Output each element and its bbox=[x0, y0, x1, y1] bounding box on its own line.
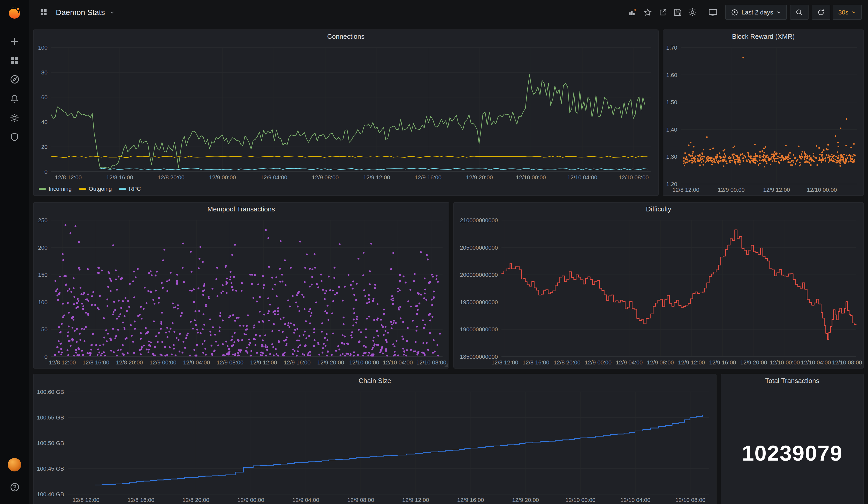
sidebar bbox=[0, 0, 29, 504]
add-panel-button[interactable] bbox=[625, 5, 640, 20]
svg-text:205000000000: 205000000000 bbox=[460, 245, 498, 251]
sidebar-item-create[interactable] bbox=[0, 32, 29, 51]
svg-text:200: 200 bbox=[38, 245, 48, 251]
sidebar-item-help[interactable] bbox=[0, 477, 29, 497]
svg-text:12/8 20:00: 12/8 20:00 bbox=[158, 174, 185, 181]
plus-icon bbox=[10, 37, 19, 46]
refresh-button[interactable] bbox=[812, 5, 830, 20]
svg-text:12/9 20:00: 12/9 20:00 bbox=[512, 497, 539, 503]
clock-icon bbox=[731, 9, 738, 16]
svg-text:20: 20 bbox=[41, 144, 48, 150]
svg-text:12/9 16:00: 12/9 16:00 bbox=[415, 174, 442, 181]
svg-text:12/9 00:00: 12/9 00:00 bbox=[237, 497, 264, 503]
dashboards-icon bbox=[10, 55, 19, 65]
block-reward-chart[interactable]: 1.201.301.401.501.601.7012/8 12:0012/9 0… bbox=[663, 42, 863, 195]
svg-text:12/10 00:00: 12/10 00:00 bbox=[349, 359, 379, 366]
sidebar-item-server-admin[interactable] bbox=[0, 127, 29, 146]
chevron-down-icon bbox=[851, 10, 856, 14]
svg-text:100: 100 bbox=[38, 44, 48, 51]
svg-text:12/9 20:00: 12/9 20:00 bbox=[466, 174, 493, 181]
sidebar-item-configuration[interactable] bbox=[0, 108, 29, 127]
svg-text:12/9 08:00: 12/9 08:00 bbox=[347, 497, 374, 503]
panel-title[interactable]: Connections bbox=[34, 30, 658, 42]
svg-text:200000000000: 200000000000 bbox=[460, 272, 498, 278]
panel-block-reward: Block Reward (XMR) 1.201.301.401.501.601… bbox=[663, 30, 864, 196]
refresh-interval-picker[interactable]: 30s bbox=[833, 5, 862, 20]
svg-text:12/9 08:00: 12/9 08:00 bbox=[312, 174, 339, 181]
svg-text:0: 0 bbox=[44, 168, 48, 175]
explore-icon bbox=[10, 74, 19, 84]
svg-text:100.40 GB: 100.40 GB bbox=[37, 491, 64, 497]
time-range-picker[interactable]: Last 2 days bbox=[726, 5, 787, 20]
series-swatch bbox=[119, 188, 126, 190]
dashboard-settings-button[interactable] bbox=[685, 5, 700, 20]
total-transactions-value: 10239079 bbox=[742, 441, 843, 466]
svg-text:12/8 16:00: 12/8 16:00 bbox=[127, 497, 154, 503]
svg-text:12/10 00:00: 12/10 00:00 bbox=[566, 497, 596, 503]
svg-text:12/9 16:00: 12/9 16:00 bbox=[709, 359, 736, 366]
panel-title[interactable]: Difficulty bbox=[454, 203, 863, 215]
mempool-chart[interactable]: 05010015020025012/8 12:0012/8 16:0012/8 … bbox=[34, 215, 449, 368]
svg-text:12/10 00:00: 12/10 00:00 bbox=[516, 174, 546, 181]
svg-text:12/9 00:00: 12/9 00:00 bbox=[149, 359, 176, 366]
user-avatar[interactable] bbox=[8, 458, 21, 471]
legend-item-outgoing[interactable]: Outgoing bbox=[79, 186, 112, 192]
save-icon bbox=[674, 8, 682, 16]
svg-text:12/8 12:00: 12/8 12:00 bbox=[55, 174, 82, 181]
panel-total-transactions: Total Transactions 10239079 bbox=[721, 374, 864, 504]
connections-chart[interactable]: 02040608010012/8 12:0012/8 16:0012/8 20:… bbox=[34, 42, 658, 183]
svg-text:12/9 12:00: 12/9 12:00 bbox=[678, 359, 705, 366]
svg-text:12/9 12:00: 12/9 12:00 bbox=[402, 497, 429, 503]
svg-text:12/9 04:00: 12/9 04:00 bbox=[292, 497, 319, 503]
series-swatch bbox=[79, 188, 86, 190]
dashboard-picker-button[interactable] bbox=[36, 5, 51, 20]
svg-text:40: 40 bbox=[41, 119, 48, 125]
chain-size-chart[interactable]: 100.40 GB100.45 GB100.50 GB100.55 GB100.… bbox=[34, 387, 716, 504]
svg-text:1.30: 1.30 bbox=[666, 154, 677, 160]
dashboard-title[interactable]: Daemon Stats bbox=[56, 8, 105, 17]
chevron-down-icon bbox=[776, 10, 781, 14]
grafana-app: Daemon Stats bbox=[0, 0, 868, 504]
share-icon bbox=[659, 8, 667, 16]
sidebar-item-dashboards[interactable] bbox=[0, 51, 29, 70]
svg-text:80: 80 bbox=[41, 69, 48, 76]
svg-text:1.60: 1.60 bbox=[666, 72, 677, 78]
add-panel-icon bbox=[628, 8, 637, 17]
svg-text:12/10 04:00: 12/10 04:00 bbox=[801, 359, 831, 366]
panel-mempool: Mempool Transactions 05010015020025012/8… bbox=[33, 202, 449, 369]
gear-icon bbox=[10, 113, 19, 122]
svg-text:12/9 00:00: 12/9 00:00 bbox=[718, 187, 745, 193]
save-button[interactable] bbox=[670, 5, 685, 20]
difficulty-chart[interactable]: 1850000000001900000000001950000000002000… bbox=[454, 215, 863, 368]
svg-text:12/8 16:00: 12/8 16:00 bbox=[82, 359, 109, 366]
grid-icon bbox=[40, 8, 48, 16]
zoom-out-button[interactable] bbox=[790, 5, 808, 20]
cycle-view-button[interactable] bbox=[705, 5, 720, 20]
sidebar-item-explore[interactable] bbox=[0, 70, 29, 89]
svg-text:12/10 08:00: 12/10 08:00 bbox=[416, 359, 446, 366]
chevron-down-icon[interactable] bbox=[110, 8, 115, 17]
time-range-label: Last 2 days bbox=[742, 9, 773, 16]
panel-difficulty: Difficulty 18500000000019000000000019500… bbox=[453, 202, 864, 369]
bell-icon bbox=[10, 94, 19, 103]
svg-text:12/9 12:00: 12/9 12:00 bbox=[363, 174, 390, 181]
svg-text:12/9 12:00: 12/9 12:00 bbox=[763, 187, 790, 193]
panel-title[interactable]: Chain Size bbox=[34, 374, 716, 387]
gear-icon bbox=[688, 8, 697, 17]
legend-item-incoming[interactable]: Incoming bbox=[39, 186, 72, 192]
svg-text:1.50: 1.50 bbox=[666, 99, 677, 105]
grafana-logo[interactable] bbox=[7, 5, 22, 20]
svg-text:12/10 08:00: 12/10 08:00 bbox=[832, 359, 862, 366]
panel-title[interactable]: Total Transactions bbox=[721, 374, 863, 387]
star-button[interactable] bbox=[640, 5, 655, 20]
svg-text:12/9 04:00: 12/9 04:00 bbox=[260, 174, 287, 181]
svg-text:12/10 04:00: 12/10 04:00 bbox=[567, 174, 597, 181]
legend-item-rpc[interactable]: RPC bbox=[119, 186, 141, 192]
share-button[interactable] bbox=[655, 5, 670, 20]
sidebar-item-alerting[interactable] bbox=[0, 89, 29, 108]
panel-title[interactable]: Block Reward (XMR) bbox=[663, 30, 863, 42]
svg-text:195000000000: 195000000000 bbox=[460, 299, 498, 306]
svg-text:12/9 08:00: 12/9 08:00 bbox=[647, 359, 674, 366]
panel-resize-handle[interactable] bbox=[444, 363, 448, 367]
panel-title[interactable]: Mempool Transactions bbox=[34, 203, 449, 215]
